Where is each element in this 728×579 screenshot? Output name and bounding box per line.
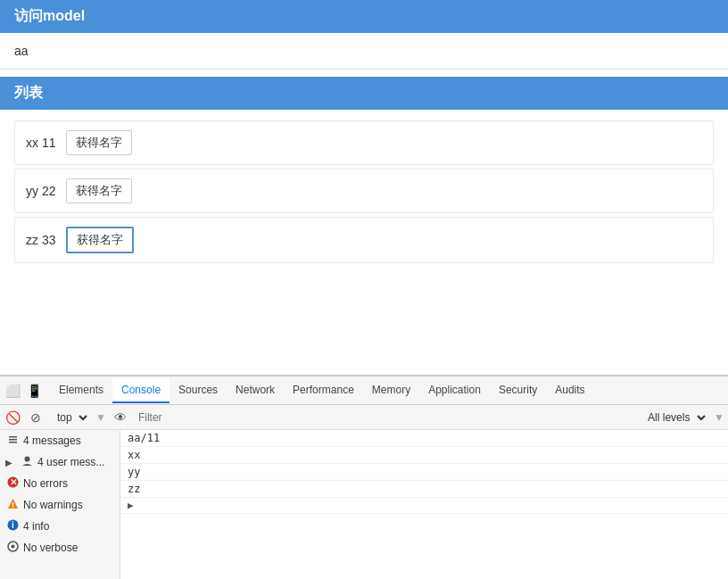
devtools-tab-network[interactable]: Network	[227, 378, 284, 403]
sidebar-item-label-user-messages: 4 user mess...	[37, 456, 104, 468]
list-item-text: yy 22	[26, 184, 55, 198]
devtools-panel: ⬜ 📱 ElementsConsoleSourcesNetworkPerform…	[0, 375, 728, 579]
list-item-button[interactable]: 获得名字	[66, 130, 132, 155]
page-title: 访问model	[0, 0, 728, 33]
devtools-tab-security[interactable]: Security	[490, 378, 546, 403]
expand-icon-user-messages: ▶	[5, 458, 12, 467]
console-line: xx	[120, 447, 728, 464]
svg-text:!: !	[12, 500, 14, 509]
devtools-tabs-container: ElementsConsoleSourcesNetworkPerformance…	[50, 378, 724, 403]
warning-icon: !	[5, 498, 20, 512]
svg-point-3	[24, 457, 29, 462]
console-line-text: zz	[128, 483, 140, 495]
devtools-tab-sources[interactable]: Sources	[170, 378, 227, 403]
devtools-tab-application[interactable]: Application	[419, 378, 490, 403]
page-area: 访问model aa 列表 xx 11获得名字yy 22获得名字zz 33获得名…	[0, 0, 728, 375]
list-item-text: zz 33	[26, 233, 55, 247]
console-line-text: aa/11	[128, 432, 160, 444]
console-output-area: aa/11xxyyzz▶	[120, 430, 728, 579]
sidebar-item-warnings[interactable]: !No warnings	[0, 494, 120, 516]
list-item-text: xx 11	[26, 136, 55, 150]
svg-point-11	[11, 545, 14, 549]
devtools-left-panel: 4 messages▶4 user mess...✕No errors!No w…	[0, 430, 120, 579]
console-line: zz	[120, 481, 728, 498]
sidebar-item-messages[interactable]: 4 messages	[0, 430, 120, 451]
devtools-sidebar-container: 4 messages▶4 user mess...✕No errors!No w…	[0, 430, 120, 558]
level-select[interactable]: All levels	[641, 409, 708, 426]
sidebar-item-user-messages[interactable]: ▶4 user mess...	[0, 451, 120, 473]
devtools-tab-elements[interactable]: Elements	[50, 378, 112, 403]
devtools-filter-bar: 🚫 ⊘ top ▼ 👁 All levels ▼	[0, 405, 728, 430]
list-items-container: xx 11获得名字yy 22获得名字zz 33获得名字	[14, 120, 714, 263]
context-arrow: ▼	[95, 411, 106, 424]
console-lines-container: aa/11xxyyzz▶	[120, 430, 728, 514]
list-section-header: 列表	[0, 77, 728, 110]
info-icon: i	[5, 519, 20, 534]
list-area: xx 11获得名字yy 22获得名字zz 33获得名字	[0, 110, 728, 277]
sidebar-item-label-warnings: No warnings	[23, 499, 83, 511]
devtools-toolbar-icons: ⬜ 📱	[4, 382, 43, 400]
sidebar-item-info[interactable]: i4 info	[0, 516, 120, 537]
page-content: aa	[0, 33, 728, 70]
console-line: aa/11	[120, 430, 728, 447]
list-item-button[interactable]: 获得名字	[66, 178, 132, 203]
svg-rect-0	[9, 436, 17, 438]
svg-text:✕: ✕	[9, 477, 16, 487]
filter-input[interactable]	[135, 409, 635, 426]
sidebar-item-label-verbose: No verbose	[23, 542, 78, 554]
devtools-main: 4 messages▶4 user mess...✕No errors!No w…	[0, 430, 728, 579]
stop-icon[interactable]: ⊘	[27, 409, 45, 426]
context-select[interactable]: top	[50, 409, 90, 426]
gap-section	[0, 277, 728, 322]
console-line: ▶	[120, 498, 728, 514]
devtools-tab-memory[interactable]: Memory	[363, 378, 419, 403]
list-item-button[interactable]: 获得名字	[66, 227, 134, 253]
page-title-text: 访问model	[14, 8, 85, 23]
error-icon: ✕	[5, 476, 20, 491]
sidebar-item-label-messages: 4 messages	[23, 434, 81, 447]
devtools-tab-console[interactable]: Console	[112, 378, 170, 403]
list-title-text: 列表	[14, 85, 43, 100]
clear-console-icon[interactable]: 🚫	[4, 409, 21, 426]
devtools-right-panel: aa/11xxyyzz▶ https://blog.csdn.net/qq_42…	[120, 430, 728, 579]
sidebar-item-verbose[interactable]: No verbose	[0, 537, 120, 558]
list-item: zz 33获得名字	[14, 217, 714, 263]
sidebar-item-label-info: 4 info	[23, 520, 49, 533]
verbose-icon	[5, 541, 20, 555]
user-icon	[20, 455, 34, 469]
sidebar-item-errors[interactable]: ✕No errors	[0, 473, 120, 494]
svg-rect-2	[9, 442, 17, 443]
console-line: yy	[120, 464, 728, 481]
eye-icon[interactable]: 👁	[112, 409, 129, 426]
devtools-tab-performance[interactable]: Performance	[284, 378, 363, 403]
device-icon[interactable]: 📱	[25, 382, 43, 400]
console-line-text: xx	[128, 449, 140, 461]
level-arrow: ▼	[714, 411, 724, 424]
svg-rect-1	[9, 439, 17, 441]
devtools-tabs-bar: ⬜ 📱 ElementsConsoleSourcesNetworkPerform…	[0, 376, 728, 405]
svg-text:i: i	[12, 520, 14, 530]
list-item: xx 11获得名字	[14, 120, 714, 165]
console-expand-arrow[interactable]: ▶	[128, 500, 134, 511]
devtools-tab-audits[interactable]: Audits	[546, 378, 593, 403]
page-input-value: aa	[14, 44, 29, 58]
inspect-icon[interactable]: ⬜	[4, 382, 21, 400]
console-line-text: yy	[128, 466, 140, 478]
list-item: yy 22获得名字	[14, 169, 714, 213]
sidebar-item-label-errors: No errors	[23, 477, 68, 490]
list-icon	[5, 434, 20, 448]
